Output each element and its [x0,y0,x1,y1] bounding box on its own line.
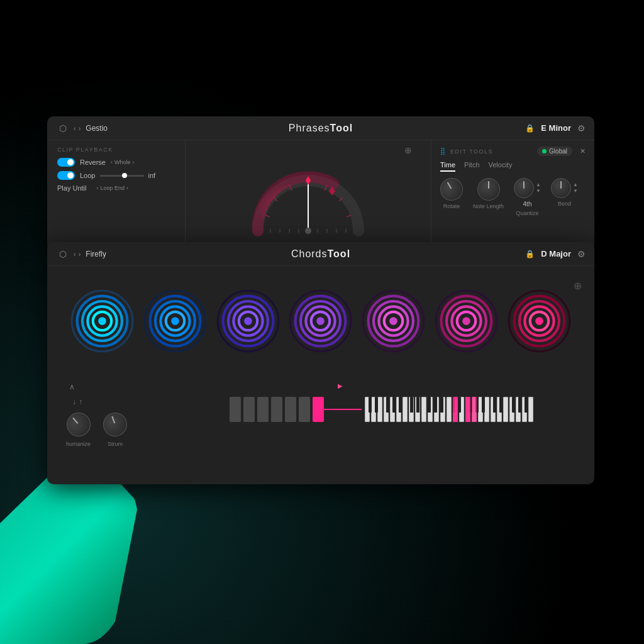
phrases-header-right: 🔒 E Minor ⚙ [525,123,586,133]
rotate-label: Rotate [443,203,460,209]
svg-rect-97 [369,397,372,413]
svg-rect-96 [528,397,533,422]
edit-tools-section: ⣿ EDIT TOOLS Global ✕ Time Pitch Velocit… [431,140,594,252]
whole-value: Whole [114,159,131,165]
loop-toggle[interactable] [57,171,75,180]
chords-bottom: ∧ ↓ ↑ humanize Strum [47,376,594,460]
arrows-row: ↓ ↑ [72,397,186,406]
chords-panel-name: Firefly [86,250,106,258]
svg-rect-102 [410,397,413,413]
rotate-knob[interactable] [436,174,467,204]
svg-point-25 [99,317,107,325]
up-arrows: ∧ [69,382,186,391]
chords-header: ⬡ ‹ › Firefly ChordsTool 🔒 D Major ⚙ [47,242,594,266]
svg-rect-89 [484,397,489,422]
nav-arrows[interactable]: ‹ › [74,125,80,132]
svg-rect-72 [377,397,382,422]
chords-panel-title: ChordsTool [291,248,350,260]
svg-rect-116 [525,397,528,413]
svg-rect-64 [257,397,269,422]
chords-lock-icon[interactable]: 🔒 [525,250,535,258]
svg-rect-65 [271,397,282,422]
strum-label: Strum [108,441,123,447]
strum-group: Strum [103,413,127,447]
loop-slider[interactable] [100,175,144,177]
whole-arrows[interactable]: ‹Whole› [111,159,135,165]
piano-roll-svg[interactable] [230,394,538,426]
note-length-knob[interactable] [477,178,500,201]
humanize-knob[interactable] [62,408,96,441]
reverse-toggle[interactable] [57,158,75,167]
svg-rect-63 [243,397,255,422]
quantize-arrows[interactable]: ▲ ▼ [536,182,541,194]
chords-target-icon[interactable]: ⊕ [574,280,582,292]
global-badge[interactable]: Global [537,147,572,156]
tab-time[interactable]: Time [440,161,455,172]
down-arrow[interactable]: ↓ [72,397,76,406]
svg-rect-104 [428,397,431,413]
svg-rect-62 [230,397,241,422]
humanize-group: humanize [66,413,91,447]
knobs-row: Rotate Note Length ▲ ▼ 4th [440,178,586,216]
clip-playback-label: CLIP PLAYBACK [57,147,175,153]
bend-knob[interactable] [551,178,571,198]
chord-circle-1[interactable] [69,288,135,354]
bottom-left: ∧ ↓ ↑ humanize Strum [60,382,186,447]
svg-rect-111 [482,397,485,413]
chords-key-label: D Major [541,249,571,258]
nav-back[interactable]: ‹ [74,125,76,132]
svg-point-49 [389,317,397,325]
chord-circle-6[interactable] [433,288,499,354]
edit-tools-header: ⣿ EDIT TOOLS Global ✕ [440,147,586,156]
chord-circle-2[interactable] [142,288,208,354]
svg-line-6 [347,215,351,217]
svg-rect-112 [493,397,496,413]
svg-rect-113 [499,397,502,413]
quantize-knob-group: ▲ ▼ 4th Quantize [514,178,541,216]
svg-rect-115 [518,397,521,413]
chords-gear-icon[interactable]: ⚙ [577,249,586,259]
play-until-row: Play Until ‹Loop End› [57,184,175,192]
chord-circle-3[interactable] [215,288,281,354]
chords-nav-arrows[interactable]: ‹ › [74,250,80,258]
phrases-tool-panel: ⬡ ‹ › Gestio PhrasesTool 🔒 E Minor ⚙ CLI… [47,116,594,252]
chord-circle-4[interactable] [287,288,353,354]
edit-tools-icon: ⣿ [440,147,445,155]
svg-rect-101 [399,397,402,413]
loop-inf-value: inf [148,172,155,179]
piano-roll-section: ▶ [186,382,582,426]
lock-icon[interactable]: 🔒 [525,124,535,133]
gauge-svg [245,152,371,240]
quantize-knob[interactable] [514,178,534,198]
chords-title-bold: Tool [328,248,351,259]
tab-velocity[interactable]: Velocity [489,161,513,172]
bend-arrows[interactable]: ▲ ▼ [573,182,578,194]
loop-end-arrows[interactable]: ‹Loop End› [96,185,128,191]
svg-rect-117 [453,397,458,422]
quantize-with-arrows: ▲ ▼ [514,178,541,198]
strum-knob[interactable] [100,409,131,440]
chords-nav-back[interactable]: ‹ [74,250,76,258]
edit-tools-close[interactable]: ✕ [580,147,586,155]
chord-circle-7[interactable] [506,288,572,354]
svg-rect-92 [503,397,508,422]
loop-end-value: Loop End [100,185,125,191]
phrases-key-label: E Minor [541,123,571,133]
up-arrow2[interactable]: ↑ [79,397,82,406]
svg-point-31 [171,317,179,325]
chord-circle-5[interactable] [360,288,426,354]
svg-rect-68 [313,397,324,422]
chords-header-right: 🔒 D Major ⚙ [525,249,586,259]
phrases-gear-icon[interactable]: ⚙ [577,123,586,133]
nav-forward[interactable]: › [79,125,81,132]
quantize-label: Quantize [516,210,538,216]
phrases-title-bold: Tool [330,123,353,133]
chords-nav-forward[interactable]: › [79,250,81,258]
play-until-label: Play Until [57,184,86,192]
global-text: Global [549,148,567,155]
rotate-knob-group: Rotate [440,178,463,209]
piano-roll-wrapper: ▶ [186,382,582,426]
tab-pitch[interactable]: Pitch [464,161,479,172]
crosshair-icon[interactable]: ⊕ [404,145,412,155]
up-arrow[interactable]: ∧ [69,382,186,391]
